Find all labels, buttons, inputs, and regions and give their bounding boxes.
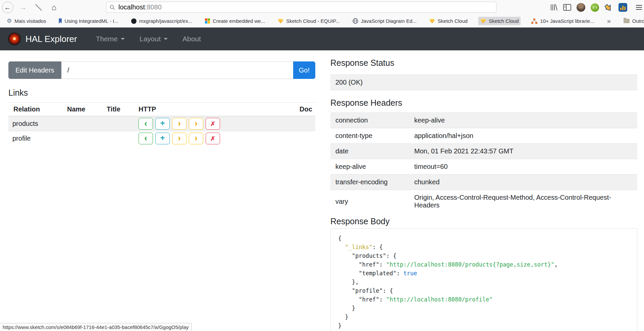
green-extension-icon[interactable]: {··}	[591, 3, 599, 12]
menu-button[interactable]	[636, 5, 642, 10]
nav-theme-label: Theme	[96, 35, 118, 43]
link-row-profile: profile ‹ + › › ✗	[8, 131, 315, 146]
back-arrow-icon: ←	[4, 3, 11, 11]
status-value: 200 (OK)	[330, 75, 637, 90]
header-value: Mon, 01 Feb 2021 22:43:57 GMT	[409, 144, 637, 159]
nav-theme-dropdown[interactable]: Theme	[96, 35, 125, 43]
get-button[interactable]: ‹	[139, 118, 153, 130]
response-headers-title: Response Headers	[330, 98, 637, 108]
patch-button[interactable]: ›	[189, 118, 203, 130]
go-button[interactable]: Go!	[293, 61, 315, 79]
bookmark-label: Sketch Cloud - EQUIP...	[286, 18, 340, 24]
bookmark-10-js-libraries[interactable]: 10+ JavaScript librarie...	[529, 17, 596, 25]
edit-headers-button[interactable]: Edit Headers	[8, 61, 61, 79]
browser-toolbar: ← → ⌂ localhost:8080 {··}	[0, 0, 644, 15]
header-value: keep-alive	[409, 113, 637, 128]
library-icon[interactable]	[550, 4, 558, 11]
account-avatar[interactable]	[577, 3, 585, 12]
response-body-title: Response Body	[330, 216, 637, 226]
nav-about-label: About	[182, 35, 201, 43]
bookmark-label: Sketch Cloud	[489, 18, 519, 24]
bookmark-label: Using IntegratedML - I...	[64, 18, 118, 24]
code-line: },	[338, 278, 630, 286]
nav-layout-dropdown[interactable]: Layout	[140, 35, 168, 43]
plus-icon: +	[160, 134, 165, 142]
bookmark-sketch-cloud-1[interactable]: Sketch Cloud	[427, 17, 470, 25]
plus-icon: +	[160, 119, 165, 127]
code-line: }	[338, 313, 630, 321]
bookmark-other-favorites[interactable]: Outros favoritos	[622, 17, 644, 25]
left-panel: Edit Headers Go! Links Relation Name Tit…	[8, 50, 315, 146]
forward-arrow-icon: →	[20, 3, 27, 11]
code-line: }	[338, 304, 630, 313]
uri-input[interactable]	[61, 61, 293, 79]
header-value: application/hal+json	[409, 128, 637, 144]
header-row: keep-alive timeout=60	[330, 159, 637, 175]
reload-button[interactable]	[33, 2, 44, 13]
gear-icon: ⚙	[7, 18, 12, 24]
http-buttons: ‹ + › › ✗	[139, 133, 289, 144]
sidebar-toggle-icon[interactable]	[563, 4, 571, 11]
url-port-text: :8080	[145, 3, 162, 11]
delete-button[interactable]: ✗	[206, 133, 220, 144]
response-body-box: { "_links": { "products": { "href": "htt…	[330, 228, 637, 331]
chevron-right-icon: ›	[195, 119, 198, 128]
code-line: }	[338, 321, 630, 330]
doc-cell	[294, 116, 315, 131]
column-header-title: Title	[102, 103, 133, 116]
bookmark-mxgraph[interactable]: mxgraph/javascript/ex...	[129, 17, 194, 25]
doc-cell	[294, 131, 315, 146]
forward-button[interactable]: →	[17, 2, 29, 13]
name-cell	[62, 131, 102, 146]
sketch-icon	[480, 19, 486, 23]
bookmarks-overflow-chevron[interactable]: »	[605, 17, 613, 25]
bookmark-label: 10+ JavaScript librarie...	[540, 18, 594, 24]
hal9000-logo-icon	[8, 33, 21, 45]
url-bar[interactable]: localhost:8080	[106, 2, 496, 13]
chevron-left-icon: ‹	[144, 119, 147, 128]
bookmark-mais-visitados[interactable]: ⚙ Mais visitados	[5, 17, 48, 25]
back-button[interactable]: ←	[2, 2, 13, 13]
delete-button[interactable]: ✗	[206, 118, 220, 130]
request-bar: Edit Headers Go!	[8, 61, 315, 79]
relation-label: profile	[8, 131, 62, 146]
http-buttons: ‹ + › › ✗	[139, 118, 289, 130]
chevron-down-icon	[164, 38, 168, 40]
header-key: connection	[330, 113, 409, 128]
home-button[interactable]: ⌂	[48, 2, 60, 13]
search-icon	[110, 5, 115, 10]
bookmark-label: Sketch Cloud	[438, 18, 468, 24]
post-button[interactable]: +	[155, 118, 170, 130]
response-body-code: { "_links": { "products": { "href": "htt…	[338, 234, 630, 330]
nav-layout-label: Layout	[140, 35, 161, 43]
code-line: "profile": {	[338, 286, 630, 295]
nav-about-link[interactable]: About	[182, 35, 201, 43]
post-button[interactable]: +	[155, 133, 170, 144]
column-header-doc: Doc	[294, 103, 315, 116]
x-icon: ✗	[210, 136, 215, 142]
bookmark-label: mxgraph/javascript/ex...	[139, 18, 192, 24]
bookmark-label: JavaScript Diagram Ed...	[361, 18, 417, 24]
column-header-http: HTTP	[133, 103, 294, 116]
brand-title[interactable]: HAL Explorer	[25, 34, 77, 44]
bookmark-sketch-cloud-equip[interactable]: Sketch Cloud - EQUIP...	[276, 17, 342, 25]
chevron-left-icon: ‹	[144, 134, 147, 142]
bookmark-sketch-cloud-2[interactable]: Sketch Cloud	[478, 17, 521, 25]
x-icon: ✗	[210, 121, 215, 127]
arrow-extension-icon[interactable]	[604, 3, 613, 12]
put-button[interactable]: ›	[172, 133, 186, 144]
patch-button[interactable]: ›	[189, 133, 203, 144]
code-line: "href": "http://localhost:8080/products{…	[338, 260, 630, 269]
links-section-title: Links	[8, 88, 315, 98]
bookmark-js-diagram-editor[interactable]: JavaScript Diagram Ed...	[351, 17, 419, 25]
header-key: content-type	[330, 128, 409, 144]
put-button[interactable]: ›	[172, 118, 186, 130]
home-icon: ⌂	[52, 3, 57, 12]
reload-icon	[34, 3, 43, 12]
header-row: vary Origin, Access-Control-Request-Meth…	[330, 190, 637, 213]
bookmark-using-integratedml[interactable]: Using IntegratedML - I...	[57, 17, 120, 25]
get-button[interactable]: ‹	[139, 133, 153, 144]
bookmark-create-embedded[interactable]: Create embedded we...	[203, 17, 267, 25]
chart-extension-icon[interactable]	[619, 3, 627, 12]
code-line: "_links": {	[338, 243, 630, 251]
